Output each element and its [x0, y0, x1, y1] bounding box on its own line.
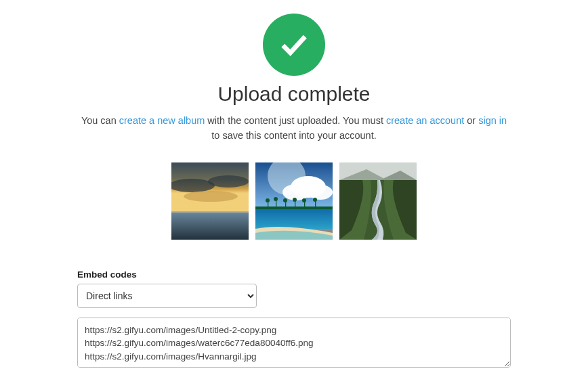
embed-format-select[interactable]: Direct links — [77, 284, 257, 308]
svg-point-3 — [184, 191, 238, 202]
thumbnail-sunset-sea[interactable] — [171, 162, 249, 240]
svg-point-18 — [283, 198, 287, 202]
thumbnail-row — [77, 162, 511, 240]
thumbnail-canyon-river[interactable] — [339, 162, 417, 240]
subtitle-suffix: to save this content into your account. — [211, 130, 376, 141]
create-album-link[interactable]: create a new album — [119, 115, 205, 126]
sign-in-link[interactable]: sign in — [478, 115, 507, 126]
subtitle-prefix: You can — [81, 115, 119, 126]
svg-rect-5 — [171, 211, 249, 213]
subtitle-text: You can create a new album with the cont… — [77, 114, 511, 144]
svg-point-10 — [308, 185, 333, 200]
svg-rect-11 — [255, 209, 333, 229]
svg-point-24 — [313, 198, 317, 202]
svg-point-2 — [208, 175, 249, 188]
svg-point-14 — [266, 198, 270, 202]
svg-rect-12 — [255, 206, 333, 209]
svg-point-20 — [293, 198, 297, 202]
page-title: Upload complete — [77, 83, 511, 106]
svg-point-16 — [274, 197, 278, 201]
embed-codes-textarea[interactable] — [77, 318, 511, 368]
svg-rect-4 — [171, 211, 249, 240]
svg-point-22 — [302, 198, 306, 202]
thumbnail-beach-palms[interactable] — [255, 162, 333, 240]
subtitle-mid2: or — [464, 115, 478, 126]
svg-point-9 — [282, 184, 310, 200]
create-account-link[interactable]: create an account — [386, 115, 464, 126]
embed-codes-label: Embed codes — [77, 269, 511, 280]
success-check-icon — [263, 14, 325, 76]
subtitle-mid1: with the content just uploaded. You must — [205, 115, 386, 126]
